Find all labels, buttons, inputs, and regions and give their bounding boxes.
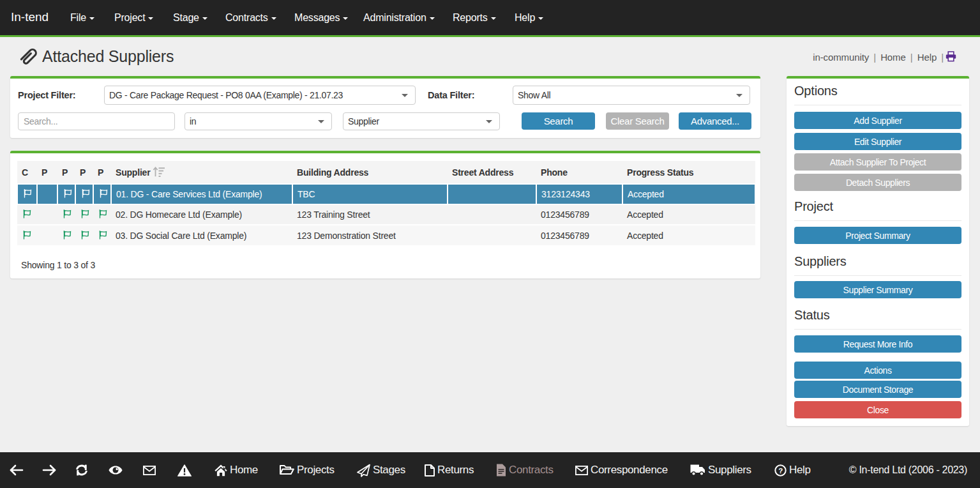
- svg-text:?: ?: [778, 466, 783, 474]
